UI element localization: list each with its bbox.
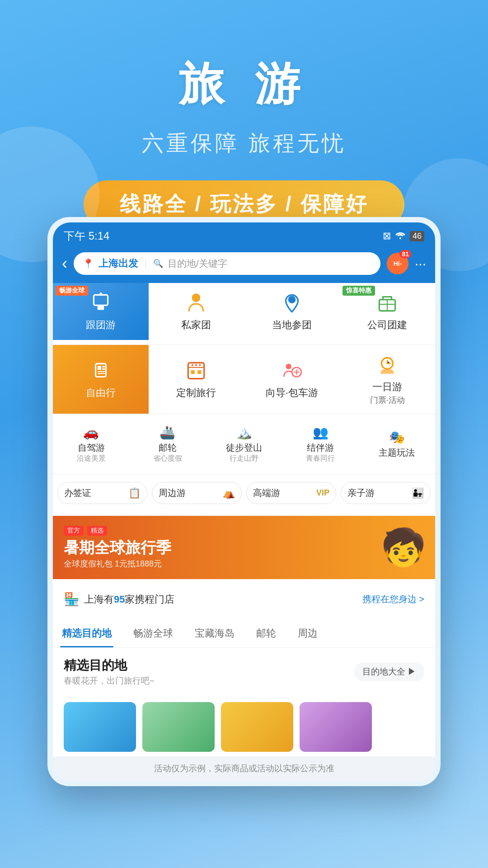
dest-card-1[interactable] <box>64 702 136 752</box>
cat-label-day-tour: 一日游 <box>370 380 405 394</box>
cat-guide-tour[interactable]: 向导·包车游 <box>244 345 340 414</box>
phone-frame: 下午 5:14 ⊠ 46 ‹ 📍 <box>47 217 441 786</box>
dest-more-button[interactable]: 目的地大全 ▶ <box>354 662 424 681</box>
store-text: 上海有95家携程门店 <box>84 593 174 606</box>
svg-rect-8 <box>97 366 101 370</box>
tab-selected-dest[interactable]: 精选目的地 <box>60 619 113 647</box>
tabs-row: 精选目的地 畅游全球 宝藏海岛 邮轮 周边 <box>53 619 435 648</box>
search-bar[interactable]: 📍 上海出发 🔍 目的地/关键字 <box>74 252 380 275</box>
category-small-row: 🚗 自驾游 沿途美景 🚢 邮轮 省心度假 🏔️ 徒步登山 行走山野 👥 结伴游 <box>53 414 435 474</box>
cat-custom-tour[interactable]: 定制旅行 <box>149 345 244 414</box>
cat-day-tour[interactable]: 一日游 门票·活动 <box>340 345 436 414</box>
companion-icon: 👥 <box>313 425 328 440</box>
hiking-icon: 🏔️ <box>236 425 252 440</box>
dest-card-3[interactable] <box>221 702 293 752</box>
tab-island[interactable]: 宝藏海岛 <box>193 619 236 647</box>
screen-icon: ⊠ <box>383 230 391 242</box>
cat-small-sublabel-self-drive: 沿途美景 <box>77 454 106 463</box>
category-grid-row2: 自由行 定制旅行 <box>53 344 435 414</box>
banner-text: 官方 精选 暑期全球旅行季 全球度假礼包 1元抵1888元 <box>64 526 171 569</box>
more-button[interactable]: ··· <box>415 256 426 271</box>
cat-small-sublabel-cruise: 省心度假 <box>153 454 182 463</box>
service-tag-luxury[interactable]: 高端游 VIP <box>246 482 336 504</box>
cruise-icon: 🚢 <box>160 425 175 440</box>
custom-tour-icon <box>184 359 208 382</box>
cat-free-tour[interactable]: 自由行 <box>53 345 149 414</box>
cat-label-custom-tour: 定制旅行 <box>176 386 216 400</box>
battery-icon: 46 <box>410 231 424 241</box>
hero-subtitle: 六重保障 旅程无忧 <box>0 129 488 158</box>
svg-rect-1 <box>94 295 108 305</box>
cat-small-label-hiking: 徒步登山 <box>226 442 262 454</box>
svg-rect-10 <box>102 368 105 370</box>
svg-rect-19 <box>197 370 201 374</box>
service-tag-nearby[interactable]: 周边游 ⛺ <box>152 482 242 504</box>
hi-label: Hi- <box>394 260 402 267</box>
cat-group-tour[interactable]: 畅游全球 跟团游 <box>53 283 149 340</box>
cat-label-guide-tour: 向导·包车游 <box>266 386 318 400</box>
tab-nearby[interactable]: 周边 <box>296 619 319 647</box>
status-bar: 下午 5:14 ⊠ 46 <box>53 222 435 247</box>
search-placeholder: 目的地/关键字 <box>168 257 227 270</box>
cat-sublabel-day-tour: 门票·活动 <box>370 395 405 406</box>
service-tag-visa[interactable]: 办签证 📋 <box>57 482 147 504</box>
cat-hiking[interactable]: 🏔️ 徒步登山 行走山野 <box>206 421 282 467</box>
free-tour-icon <box>89 359 113 382</box>
dest-card-2[interactable] <box>142 702 215 752</box>
search-divider <box>145 259 146 269</box>
cat-badge-company-tour: 惊喜特惠 <box>343 286 375 296</box>
cat-self-drive[interactable]: 🚗 自驾游 沿途美景 <box>53 421 129 467</box>
day-tour-icon <box>375 353 399 377</box>
company-tour-icon <box>375 291 399 315</box>
cat-label-private-tour: 私家团 <box>181 318 211 332</box>
store-link[interactable]: 携程在您身边 > <box>362 593 424 605</box>
back-button[interactable]: ‹ <box>62 254 67 273</box>
cat-private-tour[interactable]: 私家团 <box>149 283 244 340</box>
cat-local-tour[interactable]: 当地参团 <box>244 283 340 340</box>
search-origin: 上海出发 <box>99 257 138 270</box>
hero-title: 旅 游 <box>0 54 488 115</box>
cat-small-sublabel-companion: 青春同行 <box>306 454 335 463</box>
dest-cards <box>53 698 435 756</box>
cat-theme[interactable]: 🎭 主题玩法 <box>359 421 435 467</box>
tab-cruise[interactable]: 邮轮 <box>254 619 278 647</box>
phone-mockup: 下午 5:14 ⊠ 46 ‹ 📍 <box>47 217 441 786</box>
cat-cruise[interactable]: 🚢 邮轮 省心度假 <box>129 421 206 467</box>
phone-inner: 下午 5:14 ⊠ 46 ‹ 📍 <box>53 222 435 781</box>
cat-small-label-self-drive: 自驾游 <box>78 442 105 454</box>
store-left: 🏪 上海有95家携程门店 <box>64 592 174 607</box>
cat-company-tour[interactable]: 惊喜特惠 公司团建 <box>340 283 436 340</box>
store-count: 95 <box>114 594 125 605</box>
cat-small-sublabel-hiking: 行走山野 <box>230 454 258 463</box>
bottom-disclaimer: 活动仅为示例，实际商品或活动以实际公示为准 <box>53 756 435 781</box>
nav-avatar[interactable]: Hi- 81 <box>387 253 408 274</box>
cat-small-label-companion: 结伴游 <box>307 442 334 454</box>
svg-rect-11 <box>97 371 105 372</box>
svg-point-0 <box>399 237 401 239</box>
cat-companion[interactable]: 👥 结伴游 青春同行 <box>282 421 359 467</box>
private-tour-icon <box>184 291 208 315</box>
status-icons: ⊠ 46 <box>383 230 424 242</box>
tab-world-tour[interactable]: 畅游全球 <box>131 619 175 647</box>
nearby-icon: ⛺ <box>223 487 235 499</box>
cat-small-label-cruise: 邮轮 <box>159 442 177 454</box>
svg-rect-9 <box>102 366 105 368</box>
service-tag-family[interactable]: 亲子游 👨‍👧 <box>341 482 431 504</box>
vip-icon: VIP <box>316 488 329 498</box>
promo-banner[interactable]: 官方 精选 暑期全球旅行季 全球度假礼包 1元抵1888元 🧒 <box>53 516 435 579</box>
svg-point-20 <box>286 363 291 369</box>
service-tag-label-family: 亲子游 <box>347 487 375 499</box>
guide-tour-icon <box>280 359 304 382</box>
banner-title: 暑期全球旅行季 <box>64 538 171 558</box>
wifi-icon <box>395 230 405 242</box>
svg-point-16 <box>195 364 197 366</box>
search-icon: 🔍 <box>153 259 163 269</box>
banner-illustration: 🧒 <box>381 526 426 569</box>
svg-rect-12 <box>97 373 105 374</box>
cat-badge-group-tour: 畅游全球 <box>56 286 88 296</box>
dest-header: 精选目的地 春暖花开，出门旅行吧~ 目的地大全 ▶ <box>64 657 424 687</box>
cat-label-group-tour: 跟团游 <box>86 318 116 332</box>
service-tag-label-luxury: 高端游 <box>253 487 280 499</box>
svg-rect-18 <box>191 370 195 374</box>
dest-card-4[interactable] <box>300 702 372 752</box>
